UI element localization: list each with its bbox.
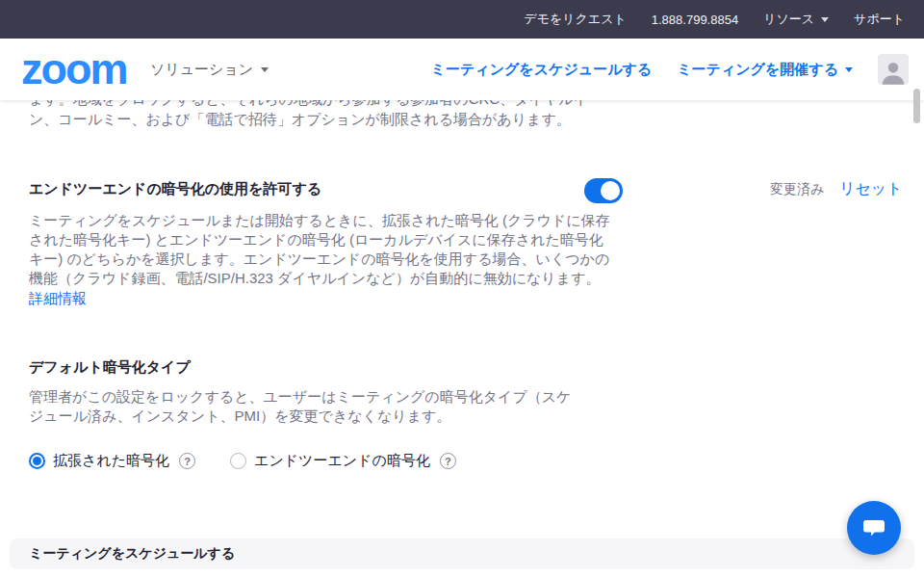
host-meeting-label: ミーティングを開催する bbox=[677, 61, 838, 79]
user-avatar[interactable] bbox=[878, 54, 909, 85]
person-icon bbox=[879, 58, 908, 85]
radio-label: エンドツーエンドの暗号化 bbox=[254, 452, 430, 470]
clipped-paragraph-line: ン、コールミー、および「電話で招待」オプションが制限される場合があります。 bbox=[29, 110, 571, 129]
e2e-description-line: された暗号化キー) とエンドツーエンドの暗号化 (ローカルデバイスに保存された暗… bbox=[29, 230, 603, 250]
radio-selected-icon[interactable] bbox=[29, 453, 45, 469]
e2e-encryption-setting-title: エンドツーエンドの暗号化の使用を許可する bbox=[29, 180, 321, 198]
default-encryption-description-line: ジュール済み、インスタント、PMI）を変更できなくなります。 bbox=[29, 407, 450, 426]
reset-link[interactable]: リセット bbox=[839, 179, 903, 199]
next-section-header: ミーティングをスケジュールする bbox=[10, 539, 914, 569]
zoom-settings-page: ます。地域をブロックすると、それらの地域から参加する参加者のCRC、ダイヤルイ … bbox=[0, 0, 924, 578]
zoom-logo[interactable]: zoom bbox=[21, 39, 127, 100]
chevron-down-icon bbox=[845, 67, 853, 72]
default-encryption-description-line: 管理者がこの設定をロックすると、ユーザーはミーティングの暗号化タイプ（スケ bbox=[29, 387, 571, 407]
e2e-encryption-toggle[interactable] bbox=[584, 178, 623, 203]
toggle-knob bbox=[601, 181, 620, 200]
chevron-down-icon bbox=[261, 67, 269, 72]
help-icon[interactable]: ? bbox=[179, 453, 195, 469]
vertical-scrollbar-thumb[interactable] bbox=[913, 89, 920, 123]
header-right-nav: ミーティングをスケジュールする ミーティングを開催する bbox=[431, 39, 909, 100]
chat-button[interactable] bbox=[847, 501, 901, 555]
e2e-description-line: 機能（クラウド録画、電話/SIP/H.323 ダイヤルインなど）が自動的に無効に… bbox=[29, 269, 600, 288]
nav-solutions-label: ソリューション bbox=[150, 61, 253, 79]
request-demo-link[interactable]: デモをリクエスト bbox=[524, 11, 626, 28]
resources-label: リソース bbox=[763, 11, 814, 28]
next-section-title: ミーティングをスケジュールする bbox=[29, 545, 235, 563]
modified-status-badge: 変更済み bbox=[770, 181, 824, 198]
radio-enhanced-encryption[interactable]: 拡張された暗号化 ? bbox=[29, 452, 195, 470]
radio-e2e-encryption[interactable]: エンドツーエンドの暗号化 ? bbox=[230, 452, 456, 470]
radio-label: 拡張された暗号化 bbox=[53, 452, 169, 470]
encryption-type-radio-group: 拡張された暗号化 ? エンドツーエンドの暗号化 ? bbox=[29, 452, 456, 470]
radio-unselected-icon[interactable] bbox=[230, 453, 246, 469]
help-icon[interactable]: ? bbox=[440, 453, 456, 469]
learn-more-link[interactable]: 詳細情報 bbox=[29, 290, 87, 308]
default-encryption-title: デフォルト暗号化タイプ bbox=[29, 358, 191, 377]
chevron-down-icon bbox=[821, 17, 829, 22]
top-utility-bar: デモをリクエスト 1.888.799.8854 リソース サポート bbox=[0, 0, 924, 39]
e2e-description-line: キー) のどちらかを選択します。エンドツーエンドの暗号化を使用する場合、いくつか… bbox=[29, 250, 609, 269]
host-meeting-menu[interactable]: ミーティングを開催する bbox=[677, 61, 853, 79]
e2e-description-line: ミーティングをスケジュールまたは開始するときに、拡張された暗号化 (クラウドに保… bbox=[29, 211, 610, 230]
resources-menu[interactable]: リソース bbox=[763, 11, 829, 28]
nav-solutions-menu[interactable]: ソリューション bbox=[150, 39, 269, 100]
support-link[interactable]: サポート bbox=[854, 11, 905, 28]
phone-number-link[interactable]: 1.888.799.8854 bbox=[652, 13, 738, 27]
chat-icon bbox=[860, 515, 887, 540]
site-header: zoom ソリューション ミーティングをスケジュールする ミーティングを開催する bbox=[0, 39, 924, 100]
schedule-meeting-link[interactable]: ミーティングをスケジュールする bbox=[431, 61, 653, 79]
